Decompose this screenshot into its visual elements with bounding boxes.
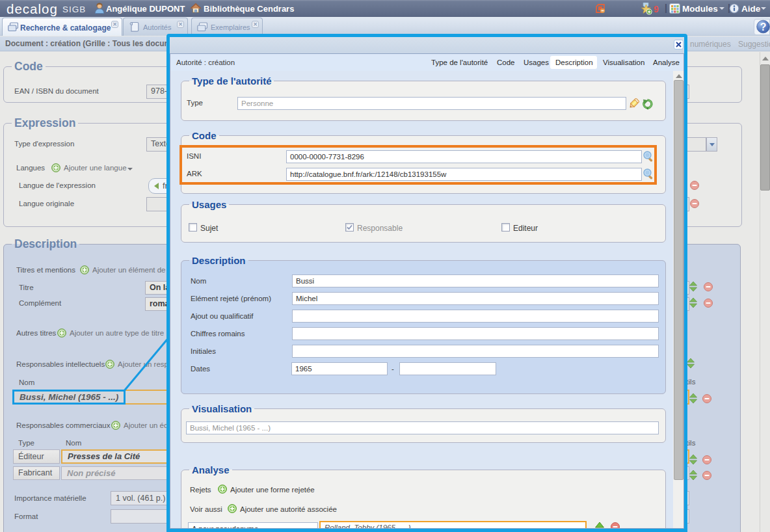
svg-text:?: ? <box>760 21 767 33</box>
